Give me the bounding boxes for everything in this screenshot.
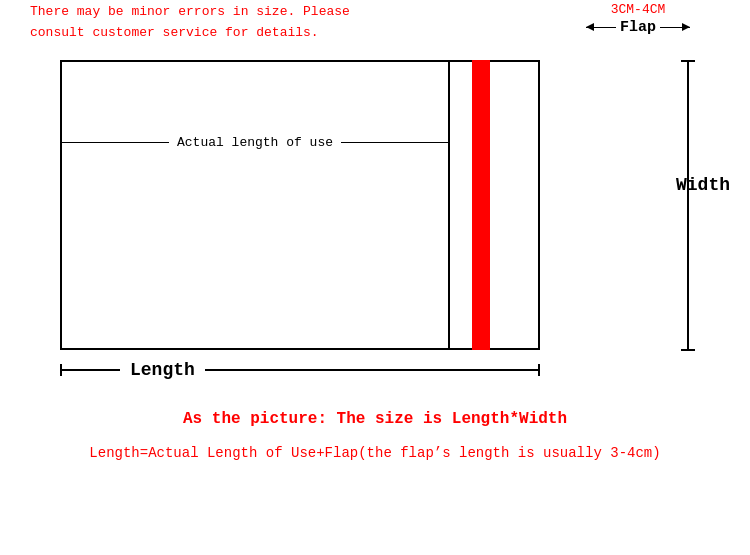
inner-rect — [60, 60, 450, 350]
horiz-line-right — [341, 142, 450, 143]
picture-desc: As the picture: The size is Length*Width — [0, 410, 750, 428]
width-label: Width — [676, 175, 730, 195]
length-text: Length — [120, 360, 205, 380]
flap-label: Flap — [620, 19, 656, 36]
flap-stripe — [472, 60, 490, 350]
length-label-area: Length — [60, 360, 540, 380]
diagram-area — [60, 60, 540, 350]
right-vertical-line — [687, 60, 689, 351]
horiz-line-left — [60, 142, 169, 143]
actual-length-text: Actual length of use — [169, 135, 341, 150]
length-line-left — [60, 369, 120, 371]
page-container: There may be minor errors in size. Pleas… — [0, 0, 750, 555]
notice-text: There may be minor errors in size. Pleas… — [30, 2, 350, 44]
flap-arrow-left — [586, 27, 616, 28]
length-line-right — [205, 369, 540, 371]
notice-line2: consult customer service for details. — [30, 23, 350, 44]
formula-desc: Length=Actual Length of Use+Flap(the fla… — [0, 445, 750, 461]
flap-arrow-right — [660, 27, 690, 28]
notice-line1: There may be minor errors in size. Pleas… — [30, 2, 350, 23]
flap-arrow-row: Flap — [586, 19, 690, 36]
actual-length-label-row: Actual length of use — [60, 135, 450, 150]
flap-label-area: 3CM-4CM Flap — [586, 2, 690, 36]
flap-dimension: 3CM-4CM — [586, 2, 690, 17]
